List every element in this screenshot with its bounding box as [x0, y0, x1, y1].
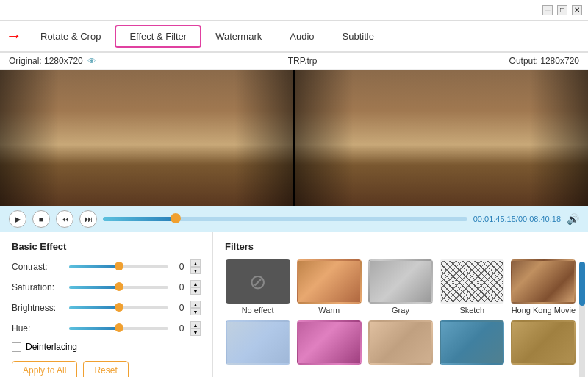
saturation-down[interactable]: ▼	[190, 287, 201, 295]
svg-rect-17	[166, 174, 170, 188]
filter-thumb-gray	[368, 259, 433, 304]
svg-rect-1	[0, 158, 293, 206]
progress-bar[interactable]	[103, 217, 467, 221]
svg-rect-7	[193, 86, 223, 131]
filter-item-hk-movie[interactable]: Hong Kong Movie	[511, 259, 576, 315]
svg-rect-9	[237, 82, 270, 123]
hue-slider[interactable]	[69, 327, 168, 330]
brightness-slider[interactable]	[69, 306, 168, 309]
brightness-value: 0	[174, 303, 189, 313]
contrast-down[interactable]: ▼	[190, 267, 201, 274]
contrast-value: 0	[174, 262, 189, 272]
saturation-spinner[interactable]: ▲ ▼	[190, 280, 201, 295]
left-panel: Basic Effect Contrast: 0 ▲ ▼ Saturation:…	[0, 232, 213, 377]
hue-fill	[69, 327, 119, 330]
svg-rect-5	[75, 82, 101, 120]
stop-button[interactable]: ■	[32, 210, 50, 228]
contrast-slider[interactable]	[69, 265, 168, 268]
deinterlacing-checkbox[interactable]	[12, 342, 21, 352]
arrow-indicator: →	[6, 28, 22, 44]
filter-thumb-row2-4	[440, 320, 504, 365]
hue-thumb[interactable]	[115, 323, 123, 332]
svg-rect-24	[368, 81, 398, 121]
svg-point-14	[161, 142, 170, 152]
next-frame-button[interactable]: ⏭	[79, 210, 97, 228]
filter-item-row2-1[interactable]	[225, 320, 290, 367]
svg-rect-29	[531, 82, 565, 123]
brightness-thumb[interactable]	[115, 303, 123, 312]
minimize-button[interactable]: ─	[542, 5, 553, 15]
saturation-slider[interactable]	[69, 286, 168, 289]
hue-row: Hue: 0 ▲ ▼	[12, 321, 201, 336]
contrast-fill	[69, 265, 119, 268]
contrast-row: Contrast: 0 ▲ ▼	[12, 259, 201, 274]
basic-effect-title: Basic Effect	[12, 241, 201, 252]
saturation-row: Saturation: 0 ▲ ▼	[12, 280, 201, 295]
filter-label-warm: Warm	[318, 306, 340, 315]
tab-effect-filter[interactable]: Effect & Filter	[115, 25, 201, 48]
svg-point-30	[419, 144, 428, 154]
filter-item-row2-3[interactable]	[368, 320, 433, 367]
svg-rect-15	[161, 152, 170, 174]
deinterlacing-label: Deinterlacing	[26, 342, 77, 352]
filters-grid: No effect Warm Gray Sketch Hong Kong Mov…	[225, 259, 576, 367]
svg-rect-32	[419, 175, 423, 188]
hue-down[interactable]: ▼	[190, 328, 201, 336]
close-button[interactable]: ✕	[572, 5, 582, 15]
hue-spinner[interactable]: ▲ ▼	[190, 321, 201, 336]
hue-value: 0	[174, 323, 189, 334]
reset-button[interactable]: Reset	[83, 361, 128, 377]
play-button[interactable]: ▶	[9, 210, 26, 228]
filter-thumb-hk-movie	[511, 259, 576, 304]
contrast-thumb[interactable]	[115, 262, 123, 270]
filter-label-no-effect: No effect	[242, 306, 274, 315]
saturation-fill	[69, 286, 119, 289]
contrast-spinner[interactable]: ▲ ▼	[190, 259, 201, 274]
tab-subtitle[interactable]: Subtitle	[329, 26, 388, 47]
saturation-up[interactable]: ▲	[190, 280, 201, 287]
brightness-label: Brightness:	[12, 303, 63, 313]
filter-scrollbar[interactable]	[579, 262, 585, 377]
filter-item-row2-2[interactable]	[296, 320, 362, 367]
saturation-label: Saturation:	[12, 282, 63, 292]
filter-item-no-effect[interactable]: No effect	[225, 259, 290, 315]
tab-rotate-crop[interactable]: Rotate & Crop	[26, 26, 115, 47]
brightness-down[interactable]: ▼	[190, 308, 201, 315]
prev-frame-button[interactable]: ⏮	[56, 210, 74, 228]
hue-up[interactable]: ▲	[190, 321, 201, 328]
saturation-value: 0	[174, 282, 189, 292]
svg-rect-2	[15, 85, 51, 136]
info-bar: Original: 1280x720 👁 TRP.trp Output: 128…	[0, 53, 588, 70]
tab-bar: → Rotate & Crop Effect & Filter Watermar…	[0, 21, 588, 53]
filter-thumb-warm	[297, 259, 362, 304]
tab-watermark[interactable]: Watermark	[201, 26, 276, 47]
filter-item-warm[interactable]: Warm	[296, 259, 362, 315]
saturation-thumb[interactable]	[115, 282, 123, 291]
filter-item-gray[interactable]: Gray	[368, 259, 433, 315]
video-scene-right	[295, 70, 588, 206]
progress-thumb[interactable]	[171, 213, 181, 223]
brightness-spinner[interactable]: ▲ ▼	[190, 301, 201, 315]
svg-rect-27	[487, 86, 517, 131]
filter-item-row2-5[interactable]	[511, 320, 576, 367]
output-resolution: Output: 1280x720	[509, 56, 579, 66]
svg-rect-21	[295, 158, 588, 206]
volume-icon[interactable]: 🔊	[567, 213, 579, 225]
svg-rect-6	[191, 85, 224, 132]
svg-rect-28	[530, 81, 567, 125]
brightness-up[interactable]: ▲	[190, 301, 201, 308]
filter-label-sketch: Sketch	[459, 306, 484, 315]
eye-icon[interactable]: 👁	[87, 56, 96, 66]
svg-rect-25	[370, 82, 396, 120]
apply-to-all-button[interactable]: Apply to All	[12, 361, 77, 377]
title-bar: ─ □ ✕	[0, 0, 588, 21]
tab-audio[interactable]: Audio	[276, 26, 328, 47]
filter-item-sketch[interactable]: Sketch	[440, 259, 505, 315]
svg-rect-16	[161, 174, 165, 188]
filter-scrollbar-thumb[interactable]	[579, 262, 585, 306]
maximize-button[interactable]: □	[557, 5, 567, 15]
video-scene-left	[0, 70, 293, 206]
contrast-up[interactable]: ▲	[190, 259, 201, 267]
filter-item-row2-4[interactable]	[440, 320, 505, 367]
filter-thumb-row2-2	[297, 320, 362, 365]
